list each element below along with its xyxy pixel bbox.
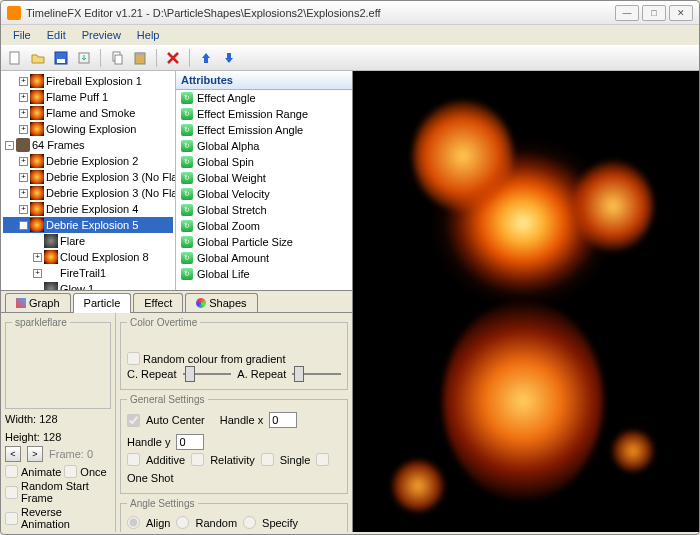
- attribute-item[interactable]: ↻Global Stretch: [176, 202, 352, 218]
- fire-icon: [30, 106, 44, 120]
- handle-x-input[interactable]: [269, 412, 297, 428]
- next-frame-button[interactable]: >: [27, 446, 43, 462]
- fire-icon: [30, 170, 44, 184]
- attribute-icon: ↻: [181, 204, 193, 216]
- graph-icon: [16, 298, 26, 308]
- tab-particle[interactable]: Particle: [73, 293, 132, 313]
- attribute-icon: ↻: [181, 124, 193, 136]
- tree-node[interactable]: +Debrie Explosion 2: [3, 153, 173, 169]
- attribute-label: Global Spin: [197, 156, 254, 168]
- tree-node[interactable]: +Glowing Explosion: [3, 121, 173, 137]
- attribute-item[interactable]: ↻Global Life: [176, 266, 352, 282]
- attribute-item[interactable]: ↻Effect Emission Angle: [176, 122, 352, 138]
- specify-radio[interactable]: [243, 516, 256, 529]
- tree-node[interactable]: +Flame and Smoke: [3, 105, 173, 121]
- copy-icon[interactable]: [107, 48, 127, 68]
- random-start-checkbox[interactable]: [5, 486, 18, 499]
- minimize-button[interactable]: —: [615, 5, 639, 21]
- tab-shapes[interactable]: Shapes: [185, 293, 257, 312]
- attribute-item[interactable]: ↻Effect Angle: [176, 90, 352, 106]
- down-arrow-icon[interactable]: [219, 48, 239, 68]
- oneshot-checkbox[interactable]: [316, 453, 329, 466]
- close-button[interactable]: ✕: [669, 5, 693, 21]
- attribute-item[interactable]: ↻Global Zoom: [176, 218, 352, 234]
- attribute-item[interactable]: ↻Global Alpha: [176, 138, 352, 154]
- auto-center-checkbox[interactable]: [127, 414, 140, 427]
- save-icon[interactable]: [51, 48, 71, 68]
- expand-icon[interactable]: +: [19, 125, 28, 134]
- paste-icon[interactable]: [130, 48, 150, 68]
- attribute-label: Global Velocity: [197, 188, 270, 200]
- menu-bar: File Edit Preview Help: [1, 25, 699, 45]
- c-repeat-slider[interactable]: [183, 373, 232, 375]
- attribute-item[interactable]: ↻Global Weight: [176, 170, 352, 186]
- expand-icon[interactable]: +: [19, 93, 28, 102]
- tree-node-label: Flame and Smoke: [46, 107, 135, 119]
- expand-icon[interactable]: +: [33, 253, 42, 262]
- relativity-checkbox[interactable]: [191, 453, 204, 466]
- collapse-icon[interactable]: -: [19, 221, 28, 230]
- expand-icon[interactable]: +: [19, 189, 28, 198]
- a-repeat-slider[interactable]: [292, 373, 341, 375]
- random-radio[interactable]: [176, 516, 189, 529]
- attribute-label: Effect Angle: [197, 92, 256, 104]
- maximize-button[interactable]: □: [642, 5, 666, 21]
- expand-icon[interactable]: +: [19, 157, 28, 166]
- expand-icon[interactable]: +: [19, 109, 28, 118]
- tab-graph[interactable]: Graph: [5, 293, 71, 312]
- reverse-anim-checkbox[interactable]: [5, 512, 18, 525]
- tree-node[interactable]: Glow 1: [3, 281, 173, 290]
- attribute-item[interactable]: ↻Effect Emission Range: [176, 106, 352, 122]
- collapse-icon[interactable]: -: [5, 141, 14, 150]
- expand-icon[interactable]: +: [19, 77, 28, 86]
- expand-icon[interactable]: +: [19, 173, 28, 182]
- attribute-icon: ↻: [181, 188, 193, 200]
- tree-node[interactable]: +Debrie Explosion 3 (No Flare) b: [3, 185, 173, 201]
- color-overtime-title: Color Overtime: [127, 317, 200, 328]
- menu-preview[interactable]: Preview: [74, 27, 129, 43]
- effects-tree[interactable]: +Fireball Explosion 1+Flame Puff 1+Flame…: [1, 71, 176, 290]
- import-icon[interactable]: [74, 48, 94, 68]
- tree-node[interactable]: -64 Frames: [3, 137, 173, 153]
- fire-icon: [30, 74, 44, 88]
- expand-icon[interactable]: +: [33, 269, 42, 278]
- tree-node[interactable]: +Cloud Explosion 8: [3, 249, 173, 265]
- additive-checkbox[interactable]: [127, 453, 140, 466]
- single-checkbox[interactable]: [261, 453, 274, 466]
- open-icon[interactable]: [28, 48, 48, 68]
- tree-node[interactable]: +Fireball Explosion 1: [3, 73, 173, 89]
- tab-effect[interactable]: Effect: [133, 293, 183, 312]
- attribute-item[interactable]: ↻Global Amount: [176, 250, 352, 266]
- attribute-label: Global Zoom: [197, 220, 260, 232]
- tree-node[interactable]: +FireTrail1: [3, 265, 173, 281]
- random-colour-checkbox[interactable]: [127, 352, 140, 365]
- menu-help[interactable]: Help: [129, 27, 168, 43]
- shapes-icon: [196, 298, 206, 308]
- tree-node[interactable]: +Debrie Explosion 3 (No Flare) a: [3, 169, 173, 185]
- tree-node[interactable]: +Flame Puff 1: [3, 89, 173, 105]
- up-arrow-icon[interactable]: [196, 48, 216, 68]
- expand-icon[interactable]: +: [19, 205, 28, 214]
- attribute-icon: ↻: [181, 108, 193, 120]
- animate-checkbox[interactable]: [5, 465, 18, 478]
- attribute-item[interactable]: ↻Global Velocity: [176, 186, 352, 202]
- width-label: Width: 128: [5, 413, 58, 425]
- align-radio[interactable]: [127, 516, 140, 529]
- tree-node[interactable]: +Debrie Explosion 4: [3, 201, 173, 217]
- greenf-icon: [16, 138, 30, 152]
- menu-edit[interactable]: Edit: [39, 27, 74, 43]
- tree-node[interactable]: -Debrie Explosion 5: [3, 217, 173, 233]
- prev-frame-button[interactable]: <: [5, 446, 21, 462]
- fire-icon: [30, 218, 44, 232]
- menu-file[interactable]: File: [5, 27, 39, 43]
- tree-node-label: Flame Puff 1: [46, 91, 108, 103]
- delete-icon[interactable]: [163, 48, 183, 68]
- attribute-item[interactable]: ↻Global Spin: [176, 154, 352, 170]
- dark-icon: [44, 282, 58, 290]
- preview-viewport[interactable]: [353, 71, 699, 532]
- handle-y-input[interactable]: [176, 434, 204, 450]
- tree-node[interactable]: Flare: [3, 233, 173, 249]
- once-checkbox[interactable]: [64, 465, 77, 478]
- attribute-item[interactable]: ↻Global Particle Size: [176, 234, 352, 250]
- new-icon[interactable]: [5, 48, 25, 68]
